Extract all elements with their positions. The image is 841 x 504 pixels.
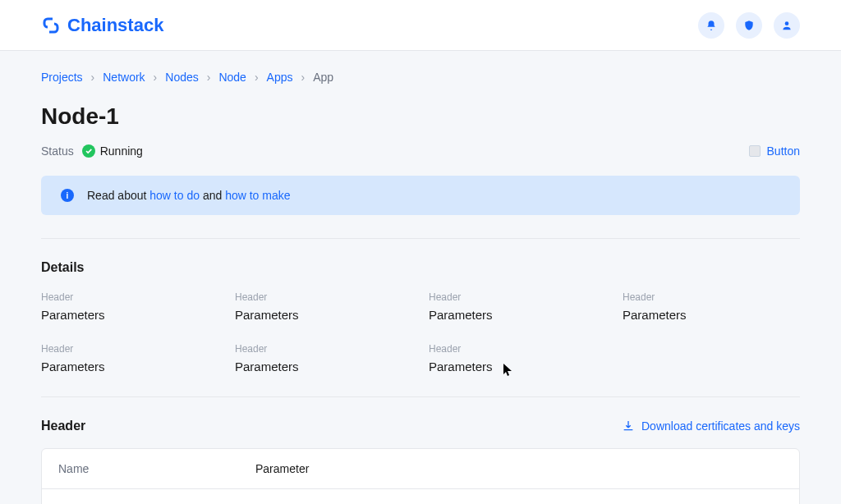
- detail-value: Parameters: [235, 360, 412, 373]
- section-header-row: Header Download certificates and keys: [41, 419, 800, 433]
- detail-item: HeaderParameters: [41, 343, 218, 373]
- download-label: Download certificates and keys: [641, 419, 800, 433]
- detail-item: HeaderParameters: [429, 291, 606, 322]
- detail-value: Parameters: [429, 308, 606, 322]
- breadcrumb-current: App: [313, 71, 333, 84]
- detail-header: Header: [623, 291, 800, 303]
- chevron-right-icon: ›: [154, 71, 158, 84]
- status-row: Status Running Button: [41, 144, 800, 158]
- breadcrumb: Projects › Network › Nodes › Node › Apps…: [41, 71, 800, 84]
- status-label: Status: [41, 144, 74, 158]
- breadcrumb-network[interactable]: Network: [103, 71, 145, 84]
- brand-logo[interactable]: Chainstack: [41, 15, 163, 36]
- page-title: Node-1: [41, 103, 800, 130]
- divider: [41, 238, 800, 239]
- info-text: Read about how to do and how to make: [87, 189, 291, 202]
- check-circle-icon: [82, 144, 95, 158]
- detail-value: Parameters: [41, 308, 218, 322]
- credentials-table: Name Parameter Name •••••••••: [41, 448, 800, 504]
- status-badge: Running: [82, 144, 143, 158]
- breadcrumb-nodes[interactable]: Nodes: [165, 71, 198, 84]
- notifications-button[interactable]: [698, 12, 724, 39]
- bell-icon: [705, 20, 717, 31]
- table-row: Name •••••••••: [42, 489, 799, 504]
- breadcrumb-apps[interactable]: Apps: [267, 71, 293, 84]
- detail-item: HeaderParameters: [41, 291, 218, 322]
- info-link-howto[interactable]: how to do: [149, 189, 200, 202]
- detail-header: Header: [235, 343, 412, 355]
- details-grid: HeaderParameters HeaderParameters Header…: [41, 291, 800, 373]
- table-row: Name Parameter: [42, 449, 799, 489]
- svg-point-0: [785, 21, 789, 25]
- chainstack-logo-icon: [41, 16, 61, 35]
- table-cell-value: Parameter: [255, 462, 783, 475]
- info-banner: i Read about how to do and how to make: [41, 176, 800, 215]
- account-button[interactable]: [774, 12, 800, 39]
- breadcrumb-projects[interactable]: Projects: [41, 71, 83, 84]
- main-content: Projects › Network › Nodes › Node › Apps…: [0, 51, 841, 504]
- detail-item: HeaderParameters: [235, 343, 412, 373]
- detail-header: Header: [235, 291, 412, 303]
- info-icon: i: [61, 189, 74, 202]
- details-title: Details: [41, 260, 800, 275]
- top-header: Chainstack: [0, 0, 841, 51]
- status-value: Running: [100, 144, 143, 158]
- divider: [41, 396, 800, 397]
- chevron-right-icon: ›: [207, 71, 211, 84]
- section-header-title: Header: [41, 419, 85, 433]
- info-link-howtomake[interactable]: how to make: [225, 189, 290, 202]
- breadcrumb-node[interactable]: Node: [218, 71, 246, 84]
- header-icon-group: [698, 12, 800, 39]
- chevron-right-icon: ›: [91, 71, 95, 84]
- brand-name: Chainstack: [67, 15, 163, 36]
- detail-header: Header: [429, 343, 606, 355]
- detail-item: HeaderParameters: [429, 343, 606, 373]
- detail-value: Parameters: [41, 360, 218, 373]
- checkbox-icon: [749, 145, 761, 157]
- download-icon: [622, 419, 635, 433]
- detail-header: Header: [429, 291, 606, 303]
- action-button[interactable]: Button: [749, 144, 800, 158]
- security-button[interactable]: [736, 12, 762, 39]
- download-certificates-link[interactable]: Download certificates and keys: [622, 419, 800, 433]
- detail-value: Parameters: [429, 360, 606, 373]
- detail-value: Parameters: [235, 308, 412, 322]
- action-button-label: Button: [767, 144, 800, 158]
- detail-header: Header: [41, 291, 218, 303]
- shield-icon: [743, 20, 755, 31]
- chevron-right-icon: ›: [255, 71, 259, 84]
- detail-header: Header: [41, 343, 218, 355]
- detail-item: HeaderParameters: [623, 291, 800, 322]
- detail-item: HeaderParameters: [235, 291, 412, 322]
- chevron-right-icon: ›: [301, 71, 305, 84]
- status-group: Status Running: [41, 144, 143, 158]
- detail-value: Parameters: [623, 308, 800, 322]
- table-cell-name: Name: [58, 462, 255, 475]
- user-icon: [781, 20, 793, 31]
